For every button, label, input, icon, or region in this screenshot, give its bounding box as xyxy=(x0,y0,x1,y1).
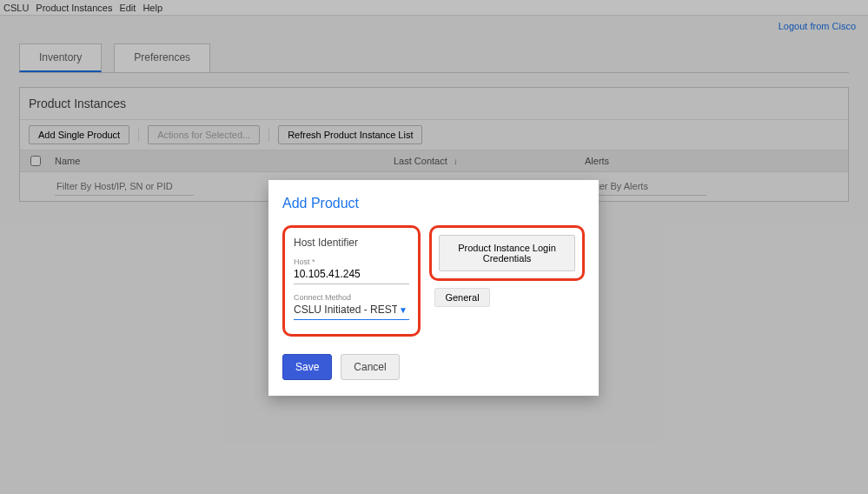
right-column: Product Instance Login Credentials Gener… xyxy=(429,225,585,337)
dialog-title: Add Product xyxy=(282,196,585,211)
product-instance-login-credentials-button[interactable]: Product Instance Login Credentials xyxy=(439,235,575,271)
save-button[interactable]: Save xyxy=(282,354,332,380)
dialog-body: Host Identifier Host * Connect Method ▼ … xyxy=(282,225,585,337)
host-field-label: Host * xyxy=(294,257,409,266)
credentials-highlight: Product Instance Login Credentials xyxy=(429,225,585,281)
host-identifier-section: Host Identifier Host * Connect Method ▼ xyxy=(282,225,421,337)
add-product-dialog: Add Product Host Identifier Host * Conne… xyxy=(268,180,599,396)
general-button[interactable]: General xyxy=(434,288,490,307)
connect-method-label: Connect Method xyxy=(294,293,409,302)
cancel-button[interactable]: Cancel xyxy=(341,354,399,380)
connect-method-value[interactable] xyxy=(294,302,409,320)
dialog-actions: Save Cancel xyxy=(282,354,585,380)
host-input[interactable] xyxy=(294,266,409,284)
chevron-down-icon: ▼ xyxy=(399,305,407,315)
connect-method-select[interactable]: ▼ xyxy=(294,302,409,320)
host-identifier-label: Host Identifier xyxy=(294,237,409,249)
